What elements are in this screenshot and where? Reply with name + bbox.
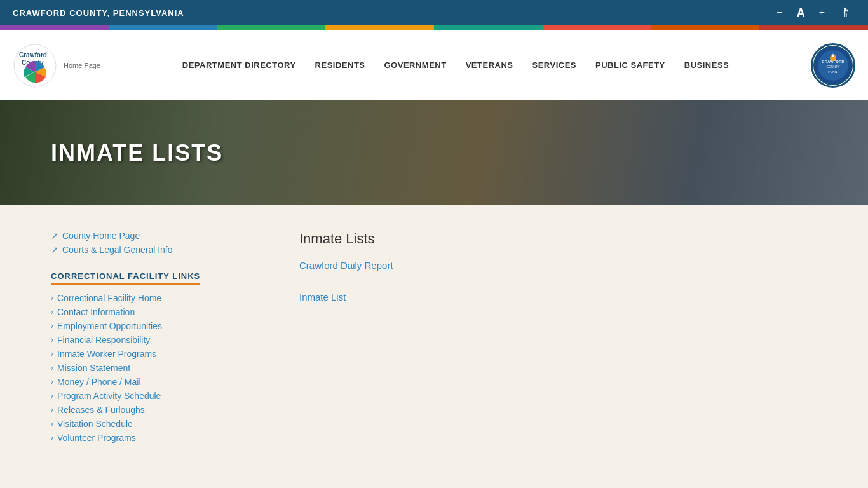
list-item: › Releases & Furloughs: [51, 405, 254, 415]
county-logo[interactable]: Crawford County: [13, 43, 57, 88]
sidebar-link-label: Money / Phone / Mail: [57, 377, 141, 387]
sidebar-link-label: Contact Information: [57, 307, 135, 317]
accessibility-tools: − A +: [773, 5, 855, 21]
content-area: Inmate Lists Crawford Daily Report Inmat…: [280, 231, 817, 447]
chevron-icon-6: ›: [51, 363, 53, 372]
sidebar-link-employment[interactable]: › Employment Opportunities: [51, 321, 254, 331]
svg-text:PENN.: PENN.: [828, 70, 837, 74]
list-item: › Correctional Facility Home: [51, 293, 254, 303]
sidebar-link-mission[interactable]: › Mission Statement: [51, 363, 254, 373]
sidebar-link-program-activity[interactable]: › Program Activity Schedule: [51, 391, 254, 401]
chevron-icon-7: ›: [51, 377, 53, 386]
breadcrumb-arrow-1: ↗: [51, 231, 58, 241]
breadcrumb-courts-legal[interactable]: ↗ Courts & Legal General Info: [51, 245, 254, 255]
color-segment-6: [543, 25, 651, 30]
sidebar-link-releases[interactable]: › Releases & Furloughs: [51, 405, 254, 415]
chevron-icon-5: ›: [51, 349, 53, 358]
nav-business[interactable]: BUSINESS: [684, 60, 729, 70]
main-content: ↗ County Home Page ↗ Courts & Legal Gene…: [0, 205, 868, 472]
site-title: CRAWFORD COUNTY, PENNSYLVANIA: [13, 8, 184, 18]
sidebar-link-financial[interactable]: › Financial Responsibility: [51, 335, 254, 345]
nav-department-directory[interactable]: DEPARTMENT DIRECTORY: [182, 60, 296, 70]
font-size-button[interactable]: A: [793, 5, 809, 21]
chevron-icon-4: ›: [51, 336, 53, 344]
list-item: › Volunteer Programs: [51, 433, 254, 443]
accessibility-button[interactable]: [835, 5, 855, 20]
list-item: › Inmate Worker Programs: [51, 349, 254, 359]
sidebar-link-label: Visitation Schedule: [57, 419, 133, 429]
list-item: › Program Activity Schedule: [51, 391, 254, 401]
color-segment-3: [217, 25, 326, 30]
sidebar-link-correctional-home[interactable]: › Correctional Facility Home: [51, 293, 254, 303]
nav-residents[interactable]: RESIDENTS: [315, 60, 365, 70]
sidebar-link-label: Correctional Facility Home: [57, 293, 161, 303]
nav-public-safety[interactable]: PUBLIC SAFETY: [595, 60, 665, 70]
page-hero-title: INMATE LISTS: [51, 140, 223, 166]
nav-veterans[interactable]: VETERANS: [466, 60, 513, 70]
svg-text:COUNTY: COUNTY: [826, 65, 840, 69]
color-segment-7: [651, 25, 760, 30]
content-divider-1: [299, 281, 817, 281]
breadcrumb-county-home-label: County Home Page: [62, 231, 140, 241]
content-title: Inmate Lists: [299, 231, 817, 247]
top-bar: CRAWFORD COUNTY, PENNSYLVANIA − A +: [0, 0, 868, 25]
breadcrumb-county-home[interactable]: ↗ County Home Page: [51, 231, 254, 241]
chevron-icon-1: ›: [51, 294, 53, 302]
chevron-icon-8: ›: [51, 391, 53, 400]
color-segment-2: [109, 25, 217, 30]
list-item: › Money / Phone / Mail: [51, 377, 254, 387]
svg-text:Crawford: Crawford: [19, 51, 47, 58]
sidebar-link-visitation[interactable]: › Visitation Schedule: [51, 419, 254, 429]
chevron-icon-10: ›: [51, 419, 53, 428]
nav-bar: Crawford County Home Page DEPARTMENT DIR…: [0, 30, 868, 100]
nav-government[interactable]: GOVERNMENT: [384, 60, 447, 70]
breadcrumb-arrow-2: ↗: [51, 245, 58, 255]
sidebar-links-list: › Correctional Facility Home › Contact I…: [51, 293, 254, 443]
inmate-list-link[interactable]: Inmate List: [299, 292, 817, 302]
sidebar-link-label: Volunteer Programs: [57, 433, 136, 443]
chevron-icon-9: ›: [51, 405, 53, 414]
color-segment-4: [325, 25, 434, 30]
chevron-icon-11: ›: [51, 433, 53, 442]
sidebar-link-label: Inmate Worker Programs: [57, 349, 156, 359]
sidebar-link-money-phone[interactable]: › Money / Phone / Mail: [51, 377, 254, 387]
logo-area[interactable]: Crawford County Home Page: [13, 43, 100, 88]
main-navigation: DEPARTMENT DIRECTORY RESIDENTS GOVERNMEN…: [182, 60, 729, 70]
color-segment-5: [434, 25, 543, 30]
color-segment-8: [759, 25, 868, 30]
sidebar-link-volunteer[interactable]: › Volunteer Programs: [51, 433, 254, 443]
list-item: › Visitation Schedule: [51, 419, 254, 429]
chevron-icon-3: ›: [51, 322, 53, 330]
sidebar-link-label: Program Activity Schedule: [57, 391, 161, 401]
sidebar-link-inmate-worker[interactable]: › Inmate Worker Programs: [51, 349, 254, 359]
increase-font-button[interactable]: +: [815, 6, 829, 20]
logo-text: Home Page: [64, 62, 100, 69]
sidebar-link-label: Financial Responsibility: [57, 335, 150, 345]
sidebar-section-title: CORRECTIONAL FACILITY LINKS: [51, 271, 200, 285]
color-bar: [0, 25, 868, 30]
list-item: › Employment Opportunities: [51, 321, 254, 331]
breadcrumb-courts-legal-label: Courts & Legal General Info: [62, 245, 173, 255]
list-item: › Financial Responsibility: [51, 335, 254, 345]
decrease-font-button[interactable]: −: [773, 6, 786, 20]
nav-services[interactable]: SERVICES: [532, 60, 576, 70]
sidebar-link-label: Releases & Furloughs: [57, 405, 145, 415]
list-item: › Contact Information: [51, 307, 254, 317]
chevron-icon-2: ›: [51, 308, 53, 316]
sidebar-link-contact[interactable]: › Contact Information: [51, 307, 254, 317]
hero-banner: INMATE LISTS: [0, 100, 868, 205]
sidebar-link-label: Mission Statement: [57, 363, 130, 373]
color-segment-1: [0, 25, 109, 30]
county-seal: CRAWFORD COUNTY PENN.: [811, 43, 855, 88]
crawford-daily-report-link[interactable]: Crawford Daily Report: [299, 260, 817, 271]
content-divider-2: [299, 313, 817, 313]
sidebar-link-label: Employment Opportunities: [57, 321, 162, 331]
list-item: › Mission Statement: [51, 363, 254, 373]
sidebar: ↗ County Home Page ↗ Courts & Legal Gene…: [51, 231, 254, 447]
